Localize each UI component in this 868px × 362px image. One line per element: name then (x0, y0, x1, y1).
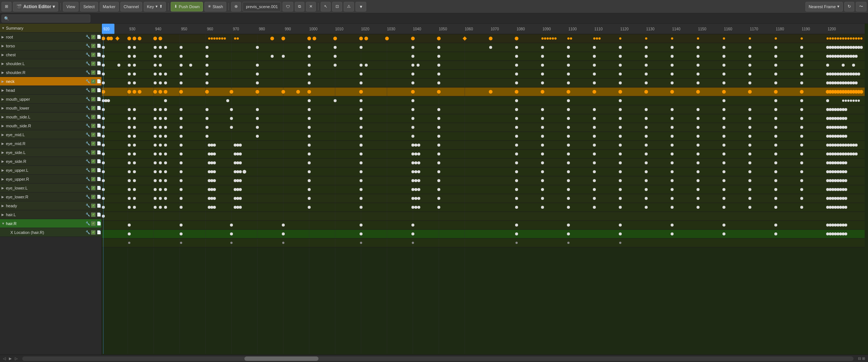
svg-point-196 (697, 55, 700, 58)
visibility-checkbox[interactable]: ✓ (91, 177, 96, 181)
svg-point-439 (619, 117, 622, 120)
expand-icon: ▶ (1, 44, 6, 48)
svg-point-866 (128, 232, 131, 235)
track-hair-r[interactable]: ▼ hair.R 🔧 ✓ 📄 (0, 219, 101, 228)
svg-point-608 (852, 152, 855, 155)
timeline-area[interactable]: // Handled inline below (102, 24, 868, 355)
track-eye-side-r[interactable]: ▶ eye_side.R 🔧 ✓ 📄 (0, 157, 101, 166)
file-icon: 📄 (96, 97, 101, 102)
track-eye-upper-l[interactable]: ▶ eye_upper.L 🔧 ✓ 📄 (0, 166, 101, 175)
visibility-checkbox[interactable]: ✓ (91, 204, 96, 208)
svg-point-208 (844, 55, 847, 58)
svg-text:980: 980 (259, 27, 265, 31)
visibility-checkbox[interactable]: ✓ (91, 53, 96, 57)
svg-point-631 (567, 161, 570, 164)
svg-point-160 (774, 46, 777, 49)
track-eye-lower-r[interactable]: ▶ eye_lower.R 🔧 ✓ 📄 (0, 192, 101, 201)
visibility-checkbox[interactable]: ✓ (91, 97, 96, 101)
svg-rect-24 (102, 238, 865, 247)
svg-point-719 (800, 179, 803, 182)
track-shoulder-r[interactable]: ▶ shoulder.R 🔧 ✓ 📄 (0, 68, 101, 77)
svg-point-238 (722, 64, 725, 67)
visibility-checkbox[interactable]: ✓ (91, 61, 96, 66)
track-summary[interactable]: ▼ Summary (0, 24, 101, 33)
copy-button[interactable]: ⧉ (295, 2, 304, 11)
visibility-checkbox[interactable]: ✓ (91, 195, 96, 199)
visibility-checkbox[interactable]: ✓ (91, 212, 96, 217)
visibility-checkbox[interactable]: ✓ (91, 159, 96, 164)
visibility-checkbox[interactable]: ✓ (91, 230, 96, 235)
track-neck[interactable]: ▶ neck 🔧 ✓ 📄 (0, 77, 101, 86)
svg-point-840 (834, 206, 837, 209)
visibility-checkbox[interactable]: ✓ (91, 44, 96, 48)
svg-point-872 (515, 232, 518, 235)
shield-button[interactable]: 🛡 (283, 2, 293, 11)
editor-type-button[interactable]: ⊞ (1, 2, 11, 11)
svg-point-614 (159, 161, 162, 164)
track-mouth-side-l[interactable]: ▶ mouth_side.L 🔧 ✓ 📄 (0, 113, 101, 121)
channel-menu[interactable]: Channel (120, 2, 142, 11)
track-heady[interactable]: ▶ heady 🔧 ✓ 📄 (0, 201, 101, 210)
nearest-frame-button[interactable]: Nearest Frame ▾ (805, 2, 843, 11)
svg-point-752 (645, 188, 648, 191)
track-eye-upper-r[interactable]: ▶ eye_upper.R 🔧 ✓ 📄 (0, 175, 101, 184)
visibility-checkbox[interactable]: ✓ (91, 168, 96, 172)
track-x-location-hair-r[interactable]: X Location (hair.R) 🔧 ✓ 📄 (0, 228, 101, 237)
filter-button[interactable]: ▼ (355, 2, 366, 11)
key-arrow-icon: ⬆ (159, 4, 163, 9)
track-eye-mid-r[interactable]: ▶ eye_mid.R 🔧 ✓ 📄 (0, 139, 101, 148)
visibility-checkbox[interactable]: ✓ (91, 141, 96, 146)
track-chest[interactable]: ▶ chest 🔧 ✓ 📄 (0, 50, 101, 59)
svg-point-713 (645, 179, 648, 182)
view-menu[interactable]: View (63, 2, 79, 11)
track-hair-l[interactable]: ▶ hair.L 🔧 ✓ 📄 (0, 210, 101, 219)
action-editor-label-btn[interactable]: 🎬 Action Editor ▾ (13, 2, 58, 11)
copy-icon: ⧉ (298, 4, 301, 9)
mode-button[interactable]: ⊕ (231, 2, 241, 11)
track-mouth-side-r[interactable]: ▶ mouth_side.R 🔧 ✓ 📄 (0, 121, 101, 130)
svg-point-186 (334, 55, 337, 58)
track-eye-mid-l[interactable]: ▶ eye_mid.L 🔧 ✓ 📄 (0, 130, 101, 139)
scene-name-field[interactable]: previs_scene.001 (243, 2, 281, 11)
key-menu[interactable]: Key ▾ ⬆ (144, 2, 166, 11)
svg-point-289 (180, 81, 183, 84)
track-eye-side-l[interactable]: ▶ eye_side.L 🔧 ✓ 📄 (0, 148, 101, 157)
warning-button[interactable]: ⚠ (344, 2, 354, 11)
svg-point-341 (592, 90, 596, 94)
track-mouth-lower[interactable]: ▶ mouth_lower 🔧 ✓ 📄 (0, 104, 101, 113)
status-play-icon[interactable]: ▶ (9, 356, 12, 361)
svg-point-321 (127, 90, 131, 94)
visibility-checkbox[interactable]: ✓ (91, 221, 96, 226)
svg-point-835 (774, 206, 777, 209)
visibility-checkbox[interactable]: ✓ (91, 106, 96, 110)
track-head[interactable]: ▶ head 🔧 ✓ 📄 (0, 86, 101, 95)
visibility-checkbox[interactable]: ✓ (91, 150, 96, 155)
visibility-checkbox[interactable]: ✓ (91, 186, 96, 190)
push-down-button[interactable]: ⬇ Push Down (171, 2, 203, 11)
close-button[interactable]: ✕ (306, 2, 316, 11)
sync-button[interactable]: ↻ (844, 2, 854, 11)
visibility-checkbox[interactable]: ✓ (91, 124, 96, 128)
track-torso[interactable]: ▶ torso 🔧 ✓ 📄 (0, 41, 101, 50)
visibility-checkbox[interactable]: ✓ (91, 79, 96, 84)
svg-point-293 (360, 81, 363, 84)
stash-button[interactable]: ✳ Stash (204, 2, 226, 11)
visibility-checkbox[interactable]: ✓ (91, 35, 96, 39)
svg-point-218 (159, 64, 162, 67)
visibility-checkbox[interactable]: ✓ (91, 70, 96, 75)
search-input[interactable] (1, 14, 90, 23)
timeline-scrollbar[interactable] (22, 356, 854, 361)
track-mouth-upper[interactable]: ▶ mouth_upper 🔧 ✓ 📄 (0, 95, 101, 104)
track-eye-lower-l[interactable]: ▶ eye_lower.L 🔧 ✓ 📄 (0, 184, 101, 192)
visibility-checkbox[interactable]: ✓ (91, 115, 96, 119)
track-root[interactable]: ▶ root 🔧 ✓ 📄 (0, 33, 101, 41)
visibility-checkbox[interactable]: ✓ (91, 88, 96, 93)
svg-point-75 (127, 37, 131, 40)
select-tool-button[interactable]: ↖ (321, 2, 331, 11)
transform-button[interactable]: ⊡ (332, 2, 342, 11)
visibility-checkbox[interactable]: ✓ (91, 133, 96, 137)
wave-button[interactable]: 〜 (856, 2, 867, 11)
marker-menu[interactable]: Marker (100, 2, 119, 11)
track-shoulder-l[interactable]: ▶ shoulder.L 🔧 ✓ 📄 (0, 59, 101, 68)
select-menu[interactable]: Select (80, 2, 98, 11)
